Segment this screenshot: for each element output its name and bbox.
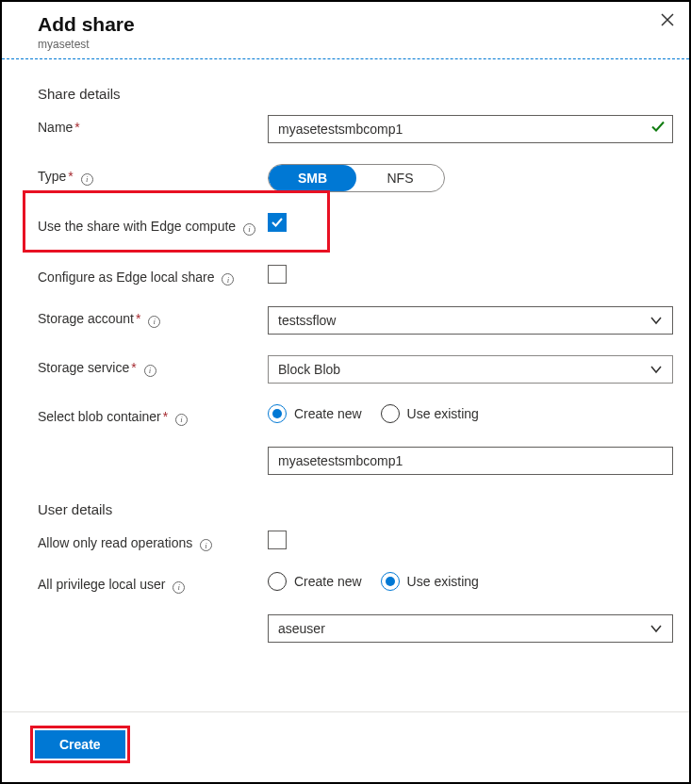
blob-container-input[interactable] <box>268 447 673 475</box>
label-blob-container: Select blob container* i <box>38 404 268 426</box>
checkmark-icon <box>650 120 666 139</box>
label-read-only: Allow only read operations i <box>38 531 287 552</box>
info-icon[interactable]: i <box>144 365 156 377</box>
page-title: Add share <box>38 13 672 36</box>
info-icon[interactable]: i <box>243 223 255 236</box>
user-radio-existing[interactable]: Use existing <box>381 572 479 591</box>
info-icon[interactable]: i <box>81 173 93 186</box>
configure-local-checkbox[interactable] <box>268 265 287 284</box>
info-icon[interactable]: i <box>148 316 160 328</box>
name-input[interactable] <box>268 115 673 143</box>
info-icon[interactable]: i <box>173 581 185 594</box>
chevron-down-icon <box>650 363 663 376</box>
section-user-details: User details <box>38 501 653 517</box>
blob-radio-create[interactable]: Create new <box>268 404 362 423</box>
info-icon[interactable]: i <box>222 273 234 286</box>
user-select[interactable]: aseuser <box>268 614 673 643</box>
highlight-annotation: Create <box>30 726 130 763</box>
storage-account-select[interactable]: testssflow <box>268 306 673 335</box>
label-storage-account: Storage account* i <box>38 306 268 328</box>
label-name: Name* <box>38 115 268 135</box>
chevron-down-icon <box>650 622 663 635</box>
user-radio-create[interactable]: Create new <box>268 572 362 591</box>
info-icon[interactable]: i <box>175 414 188 426</box>
info-icon[interactable]: i <box>200 539 212 551</box>
label-configure-local: Configure as Edge local share i <box>38 265 287 286</box>
create-button[interactable]: Create <box>35 730 125 759</box>
edge-compute-checkbox[interactable] <box>268 213 287 232</box>
type-toggle[interactable]: SMB NFS <box>268 164 445 192</box>
label-type: Type* i <box>38 164 268 186</box>
label-edge-compute: Use the share with Edge compute i <box>38 213 268 237</box>
page-subtitle: myasetest <box>38 38 672 51</box>
blob-radio-existing[interactable]: Use existing <box>381 404 479 423</box>
close-icon[interactable] <box>657 9 678 34</box>
chevron-down-icon <box>650 314 663 327</box>
label-storage-service: Storage service* i <box>38 355 268 377</box>
toggle-nfs[interactable]: NFS <box>356 165 444 191</box>
section-share-details: Share details <box>38 86 653 102</box>
toggle-smb[interactable]: SMB <box>269 165 356 191</box>
storage-service-select[interactable]: Block Blob <box>268 355 673 384</box>
label-all-priv: All privilege local user i <box>38 572 268 594</box>
read-only-checkbox[interactable] <box>268 531 287 549</box>
